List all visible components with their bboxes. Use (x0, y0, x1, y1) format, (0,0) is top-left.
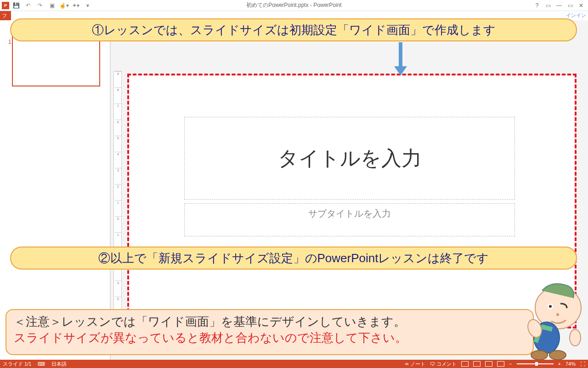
vertical-ruler: 9876543210123456 (113, 71, 122, 328)
ruler-tick: 5 (115, 136, 121, 140)
quick-access-toolbar: P 💾 ↶ ↷ ▣ ☝▾ ✦▾ ▾ (0, 1, 93, 10)
ruler-tick: 0 (115, 216, 121, 221)
thumbnail-number: 1 (8, 39, 11, 45)
zoom-in-button[interactable]: + (558, 361, 561, 367)
subtitle-placeholder[interactable]: サブタイトルを入力 (184, 203, 515, 236)
svg-point-9 (549, 351, 566, 360)
zoom-level[interactable]: 74% (565, 361, 576, 367)
close-icon[interactable]: ✕ (578, 2, 584, 9)
annotation-2-text: ②以上で「新規スライドサイズ設定」のPowerPointレッスンは終了です (98, 250, 489, 266)
ruler-tick: 4 (115, 152, 121, 156)
file-tab[interactable]: フ (0, 11, 11, 20)
title-placeholder-text: タイトルを入力 (278, 145, 422, 172)
minimize-icon[interactable]: — (556, 2, 562, 9)
slide-sorter-view-icon[interactable] (473, 361, 481, 367)
ruler-tick: 1 (115, 232, 121, 237)
redo-icon[interactable]: ↷ (35, 1, 45, 10)
svg-point-8 (531, 351, 548, 360)
zoom-out-button[interactable]: − (509, 361, 512, 367)
subtitle-placeholder-text: サブタイトルを入力 (308, 207, 391, 220)
app-icon: P (2, 2, 9, 9)
svg-point-10 (570, 329, 581, 346)
status-bar: スライド 1/1 ⌨ 日本語 ≐ ノート 🗨 コメント − + 74% ⛶ (0, 360, 588, 368)
zoom-slider[interactable] (517, 363, 554, 364)
reading-view-icon[interactable] (485, 361, 492, 367)
comments-button[interactable]: 🗨 コメント (430, 361, 457, 368)
slide-counter[interactable]: スライド 1/1 (3, 361, 31, 368)
mascot-character (514, 278, 588, 361)
annotation-arrow (395, 42, 406, 76)
ruler-tick: 4 (115, 281, 121, 285)
annotation-note-line2: スライドサイズが異なっていると教材と合わないので注意して下さい。 (14, 330, 526, 346)
ruler-tick: 9 (115, 71, 121, 76)
qat-more-icon[interactable]: ✦▾ (71, 1, 81, 10)
slide-canvas[interactable]: タイトルを入力 サブタイトルを入力 (129, 75, 575, 327)
language-indicator[interactable]: 日本語 (51, 361, 67, 368)
annotation-note-line1: ＜注意＞レッスンでは「ワイド画面」を基準にデザインしていきます。 (14, 314, 526, 330)
title-placeholder[interactable]: タイトルを入力 (184, 117, 515, 200)
normal-view-icon[interactable] (461, 361, 469, 367)
annotation-note: ＜注意＞レッスンでは「ワイド画面」を基準にデザインしていきます。 スライドサイズ… (6, 309, 534, 355)
language-indicator-icon[interactable]: ⌨ (38, 361, 45, 367)
slide-thumbnail-1[interactable] (12, 35, 100, 86)
ruler-tick: 8 (115, 87, 121, 92)
notes-button[interactable]: ≐ ノート (405, 361, 425, 368)
annotation-1-text: ①レッスンでは、スライドサイズは初期設定「ワイド画面」で作成します (92, 22, 496, 38)
qat-customize-icon[interactable]: ▾ (83, 1, 93, 10)
svg-point-2 (549, 305, 552, 308)
help-icon[interactable]: ? (534, 2, 540, 9)
save-icon[interactable]: 💾 (11, 1, 21, 10)
ruler-tick: 7 (115, 104, 121, 108)
slideshow-view-icon[interactable] (497, 361, 504, 367)
sign-in-link[interactable]: インイン (566, 12, 586, 19)
annotation-callout-1: ①レッスンでは、スライドサイズは初期設定「ワイド画面」で作成します (10, 18, 577, 41)
ruler-tick: 1 (115, 200, 121, 205)
fit-to-window-icon[interactable]: ⛶ (580, 361, 585, 367)
svg-point-3 (556, 313, 559, 316)
touch-mode-icon[interactable]: ☝▾ (59, 1, 69, 10)
maximize-icon[interactable]: ▭ (567, 2, 573, 9)
annotation-callout-2: ②以上で「新規スライドサイズ設定」のPowerPointレッスンは終了です (10, 247, 577, 270)
ruler-tick: 6 (115, 120, 121, 124)
window-controls: ? ▭ — ▭ ✕ (534, 2, 587, 9)
ruler-tick: 2 (115, 184, 121, 189)
ribbon-display-options-icon[interactable]: ▭ (545, 2, 551, 9)
ruler-tick: 5 (115, 297, 121, 301)
title-bar: P 💾 ↶ ↷ ▣ ☝▾ ✦▾ ▾ 初めてのPowerPoint.pptx - … (0, 0, 588, 11)
ruler-tick: 3 (115, 168, 121, 172)
undo-icon[interactable]: ↶ (23, 1, 33, 10)
start-from-beginning-icon[interactable]: ▣ (47, 1, 57, 10)
window-title: 初めてのPowerPoint.pptx - PowerPoint (246, 1, 341, 9)
